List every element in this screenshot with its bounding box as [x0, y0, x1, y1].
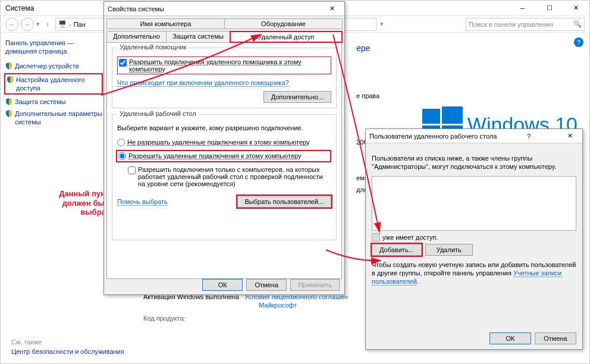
nav-forward-button[interactable]: → — [21, 18, 34, 31]
sidebar-item-label: Настройка удаленного доступа — [16, 76, 101, 93]
tab-remote-access[interactable]: Удаленный доступ — [230, 31, 343, 43]
dialog-title: Пользователи удаленного рабочего стола — [369, 133, 497, 140]
text-fragment: е права — [356, 92, 379, 99]
sidebar-item-remote-settings[interactable]: Настройка удаленного доступа — [4, 73, 103, 95]
remote-assistant-help-link[interactable]: Что происходит при включении удаленного … — [117, 79, 289, 87]
user-icon — [372, 233, 380, 241]
access-label: уже имеет доступ. — [382, 234, 438, 241]
user-buttons: Добавить... Удалить — [372, 244, 576, 256]
remove-user-button[interactable]: Удалить — [425, 244, 473, 256]
shield-icon — [7, 76, 14, 83]
computer-icon: 🖥️ — [58, 20, 67, 28]
rdp-radio-deny[interactable] — [117, 139, 125, 146]
users-description: Пользователи из списка ниже, а также чле… — [372, 154, 576, 171]
tab-computer-name[interactable]: Имя компьютера — [106, 18, 225, 29]
rdp-radio-allow[interactable] — [118, 152, 126, 160]
dialog-buttons: ОК Отмена Применить — [202, 279, 340, 291]
dialog-body: Пользователи из списка ниже, а также чле… — [366, 143, 582, 296]
cancel-button[interactable]: Отмена — [246, 279, 287, 291]
group-title: Удаленный помощник — [117, 43, 189, 51]
system-properties-dialog: Свойства системы ✕ Имя компьютера Оборуд… — [103, 1, 345, 295]
chevron-right-icon: › — [69, 21, 71, 28]
shield-icon — [5, 110, 12, 117]
remote-desktop-group: Удаленный рабочий стол Выберите вариант … — [112, 114, 337, 240]
select-users-button[interactable]: Выбрать пользователей... — [237, 196, 332, 208]
remote-users-dialog: Пользователи удаленного рабочего стола ?… — [365, 128, 583, 350]
radio-label: Разрешить удаленные подключения к этому … — [128, 152, 302, 159]
see-also-label: См. также — [11, 338, 42, 346]
users-listbox[interactable] — [372, 176, 576, 231]
ok-button[interactable]: ОК — [489, 332, 531, 344]
tab-row-1: Имя компьютера Оборудование — [106, 18, 342, 29]
checkbox-label: Разрешить подключения только с компьютер… — [138, 166, 331, 187]
product-code-label: Код продукта: — [143, 315, 186, 322]
see-also-link[interactable]: Центр безопасности и обслуживания — [11, 348, 124, 355]
checkbox-label: Разрешить подключения удаленного помощни… — [129, 58, 329, 73]
tab-advanced[interactable]: Дополнительно — [106, 31, 167, 43]
sidebar-item-device-manager[interactable]: Диспетчер устройств — [5, 62, 103, 70]
sidebar-item-advanced-settings[interactable]: Дополнительные параметры системы — [5, 109, 103, 127]
dialog-close-button[interactable]: ✕ — [561, 130, 579, 143]
cancel-button[interactable]: Отмена — [535, 332, 576, 344]
rdp-nla-checkbox-row[interactable]: Разрешить подключения только с компьютер… — [128, 166, 331, 187]
search-placeholder: Поиск в панели управления — [469, 21, 553, 28]
tab-hardware[interactable]: Оборудование — [224, 18, 343, 29]
remote-assistant-group: Удаленный помощник Разрешить подключения… — [112, 48, 337, 108]
shield-icon — [5, 62, 12, 70]
rdp-nla-checkbox[interactable] — [128, 167, 136, 174]
sidebar-item-label: Дополнительные параметры системы — [15, 109, 103, 127]
radio-label: Не разрешать удаленные подключения к это… — [127, 139, 310, 146]
dialog-titlebar: Свойства системы ✕ — [104, 2, 344, 16]
window-title: Система — [5, 4, 34, 12]
window-controls: ─ ☐ ✕ — [509, 1, 589, 16]
address-text: Пан — [74, 21, 86, 28]
search-icon: 🔍 — [573, 20, 582, 28]
allow-remote-assistant-checkbox-row[interactable]: Разрешить подключения удаленного помощни… — [117, 57, 331, 74]
ok-button[interactable]: ОК — [202, 279, 243, 291]
rdp-description: Выберите вариант и укажите, кому разреше… — [117, 124, 331, 131]
allow-remote-assistant-checkbox[interactable] — [119, 59, 127, 67]
add-user-button[interactable]: Добавить... — [372, 244, 422, 256]
address-dropdown[interactable]: ▾ — [380, 20, 384, 28]
dialog-buttons: ОК Отмена — [489, 332, 576, 344]
sidebar-item-system-protection[interactable]: Защита системы — [5, 98, 103, 106]
sidebar-item-label: Диспетчер устройств — [15, 62, 79, 70]
remote-assistant-advanced-button[interactable]: Дополнительно... — [263, 91, 331, 103]
dialog-title: Свойства системы — [108, 5, 164, 12]
dialog-help-button[interactable]: ? — [522, 133, 536, 140]
sidebar-home-link[interactable]: Панель управления — домашняя страница — [5, 39, 103, 56]
tab-row-2: Дополнительно Защита системы Удаленный д… — [106, 31, 342, 42]
rdp-option-deny[interactable]: Не разрешать удаленные подключения к это… — [117, 139, 331, 146]
rdp-help-link[interactable]: Помочь выбрать — [117, 198, 168, 206]
current-access-row: уже имеет доступ. — [372, 233, 576, 241]
close-button[interactable]: ✕ — [563, 1, 589, 16]
apply-button[interactable]: Применить — [290, 279, 340, 291]
rdp-option-allow[interactable]: Разрешить удаленные подключения к этому … — [116, 150, 331, 162]
maximize-button[interactable]: ☐ — [536, 1, 563, 16]
nav-back-button[interactable]: ← — [5, 18, 18, 31]
tab-panel: Удаленный помощник Разрешить подключения… — [106, 42, 342, 279]
svg-rect-1 — [442, 106, 463, 124]
nav-recent-button[interactable]: ▾ — [36, 20, 40, 28]
group-title: Удаленный рабочий стол — [117, 110, 199, 117]
search-input[interactable]: Поиск в панели управления 🔍 — [466, 18, 585, 31]
page-title-fragment: ере — [356, 43, 370, 53]
minimize-button[interactable]: ─ — [509, 1, 536, 16]
sidebar-item-label: Защита системы — [15, 98, 66, 106]
footer-info: Чтобы создать новую учетную запись или д… — [372, 261, 576, 286]
nav-up-button[interactable]: ↑ — [42, 21, 53, 28]
annotation-text: Данный пункт должен быть выбран! — [36, 189, 113, 217]
tab-system-protection[interactable]: Защита системы — [166, 31, 230, 43]
microsoft-link[interactable]: Майкрософт — [259, 302, 297, 309]
shield-icon — [5, 98, 12, 105]
dialog-titlebar: Пользователи удаленного рабочего стола ?… — [366, 129, 582, 143]
dialog-close-button[interactable]: ✕ — [323, 2, 341, 15]
svg-rect-0 — [422, 109, 440, 124]
